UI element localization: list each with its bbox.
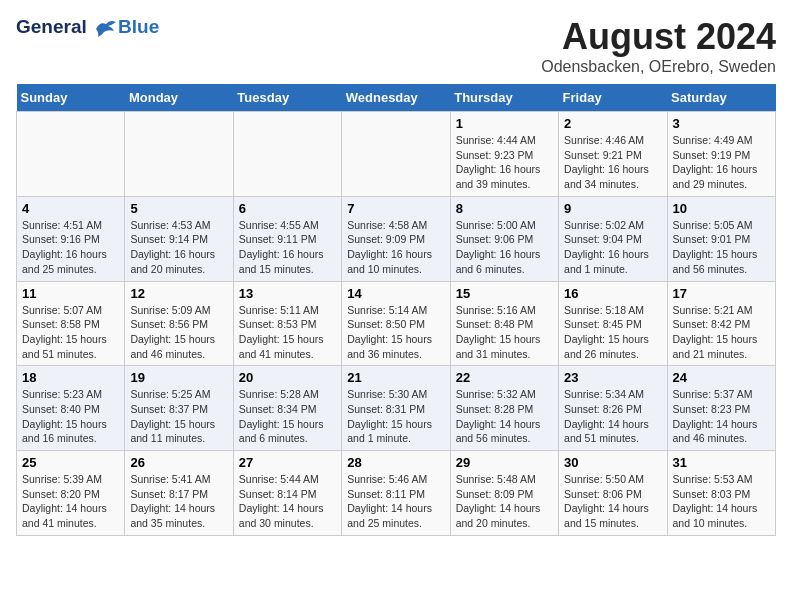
calendar-cell [342,112,450,197]
day-detail: Sunrise: 4:51 AM Sunset: 9:16 PM Dayligh… [22,218,119,277]
day-number: 21 [347,370,444,385]
day-number: 14 [347,286,444,301]
day-number: 31 [673,455,770,470]
calendar-cell: 3Sunrise: 4:49 AM Sunset: 9:19 PM Daylig… [667,112,775,197]
day-number: 15 [456,286,553,301]
header-sunday: Sunday [17,84,125,112]
day-number: 30 [564,455,661,470]
week-row-2: 11Sunrise: 5:07 AM Sunset: 8:58 PM Dayli… [17,281,776,366]
day-detail: Sunrise: 5:21 AM Sunset: 8:42 PM Dayligh… [673,303,770,362]
day-number: 19 [130,370,227,385]
calendar-cell: 22Sunrise: 5:32 AM Sunset: 8:28 PM Dayli… [450,366,558,451]
calendar-cell: 7Sunrise: 4:58 AM Sunset: 9:09 PM Daylig… [342,196,450,281]
day-detail: Sunrise: 5:32 AM Sunset: 8:28 PM Dayligh… [456,387,553,446]
header-friday: Friday [559,84,667,112]
calendar-cell: 5Sunrise: 4:53 AM Sunset: 9:14 PM Daylig… [125,196,233,281]
page-title: August 2024 [541,16,776,58]
week-row-0: 1Sunrise: 4:44 AM Sunset: 9:23 PM Daylig… [17,112,776,197]
day-detail: Sunrise: 5:30 AM Sunset: 8:31 PM Dayligh… [347,387,444,446]
calendar-cell: 10Sunrise: 5:05 AM Sunset: 9:01 PM Dayli… [667,196,775,281]
header-tuesday: Tuesday [233,84,341,112]
week-row-1: 4Sunrise: 4:51 AM Sunset: 9:16 PM Daylig… [17,196,776,281]
calendar-cell [233,112,341,197]
day-detail: Sunrise: 5:34 AM Sunset: 8:26 PM Dayligh… [564,387,661,446]
calendar-body: 1Sunrise: 4:44 AM Sunset: 9:23 PM Daylig… [17,112,776,536]
day-number: 2 [564,116,661,131]
calendar-cell [17,112,125,197]
header-monday: Monday [125,84,233,112]
calendar-cell: 21Sunrise: 5:30 AM Sunset: 8:31 PM Dayli… [342,366,450,451]
header-row: SundayMondayTuesdayWednesdayThursdayFrid… [17,84,776,112]
calendar-cell: 20Sunrise: 5:28 AM Sunset: 8:34 PM Dayli… [233,366,341,451]
day-number: 18 [22,370,119,385]
calendar-cell: 26Sunrise: 5:41 AM Sunset: 8:17 PM Dayli… [125,451,233,536]
day-detail: Sunrise: 4:46 AM Sunset: 9:21 PM Dayligh… [564,133,661,192]
day-detail: Sunrise: 5:23 AM Sunset: 8:40 PM Dayligh… [22,387,119,446]
calendar-cell: 25Sunrise: 5:39 AM Sunset: 8:20 PM Dayli… [17,451,125,536]
day-number: 25 [22,455,119,470]
day-detail: Sunrise: 5:16 AM Sunset: 8:48 PM Dayligh… [456,303,553,362]
day-detail: Sunrise: 5:02 AM Sunset: 9:04 PM Dayligh… [564,218,661,277]
calendar-cell: 18Sunrise: 5:23 AM Sunset: 8:40 PM Dayli… [17,366,125,451]
calendar-cell: 6Sunrise: 4:55 AM Sunset: 9:11 PM Daylig… [233,196,341,281]
day-detail: Sunrise: 5:18 AM Sunset: 8:45 PM Dayligh… [564,303,661,362]
day-number: 22 [456,370,553,385]
calendar-cell: 15Sunrise: 5:16 AM Sunset: 8:48 PM Dayli… [450,281,558,366]
day-number: 13 [239,286,336,301]
day-number: 24 [673,370,770,385]
day-number: 28 [347,455,444,470]
day-detail: Sunrise: 5:46 AM Sunset: 8:11 PM Dayligh… [347,472,444,531]
week-row-3: 18Sunrise: 5:23 AM Sunset: 8:40 PM Dayli… [17,366,776,451]
logo: General Blue [16,16,159,38]
day-number: 29 [456,455,553,470]
day-detail: Sunrise: 5:37 AM Sunset: 8:23 PM Dayligh… [673,387,770,446]
calendar-cell [125,112,233,197]
calendar-cell: 14Sunrise: 5:14 AM Sunset: 8:50 PM Dayli… [342,281,450,366]
day-number: 5 [130,201,227,216]
calendar-cell: 4Sunrise: 4:51 AM Sunset: 9:16 PM Daylig… [17,196,125,281]
calendar-cell: 29Sunrise: 5:48 AM Sunset: 8:09 PM Dayli… [450,451,558,536]
day-number: 8 [456,201,553,216]
header-saturday: Saturday [667,84,775,112]
day-detail: Sunrise: 4:55 AM Sunset: 9:11 PM Dayligh… [239,218,336,277]
header-wednesday: Wednesday [342,84,450,112]
calendar-cell: 17Sunrise: 5:21 AM Sunset: 8:42 PM Dayli… [667,281,775,366]
logo-bird-icon [94,19,116,37]
logo-blue-text: Blue [118,16,159,38]
day-detail: Sunrise: 5:09 AM Sunset: 8:56 PM Dayligh… [130,303,227,362]
day-number: 7 [347,201,444,216]
calendar-cell: 2Sunrise: 4:46 AM Sunset: 9:21 PM Daylig… [559,112,667,197]
logo-text: General [16,17,116,38]
day-detail: Sunrise: 5:53 AM Sunset: 8:03 PM Dayligh… [673,472,770,531]
day-number: 20 [239,370,336,385]
day-number: 1 [456,116,553,131]
header-thursday: Thursday [450,84,558,112]
page-header: General Blue August 2024 Odensbacken, OE… [16,16,776,76]
day-number: 16 [564,286,661,301]
day-detail: Sunrise: 5:50 AM Sunset: 8:06 PM Dayligh… [564,472,661,531]
day-detail: Sunrise: 5:28 AM Sunset: 8:34 PM Dayligh… [239,387,336,446]
day-number: 23 [564,370,661,385]
page-subtitle: Odensbacken, OErebro, Sweden [541,58,776,76]
day-detail: Sunrise: 5:07 AM Sunset: 8:58 PM Dayligh… [22,303,119,362]
day-number: 27 [239,455,336,470]
calendar-cell: 28Sunrise: 5:46 AM Sunset: 8:11 PM Dayli… [342,451,450,536]
day-detail: Sunrise: 5:41 AM Sunset: 8:17 PM Dayligh… [130,472,227,531]
calendar-cell: 24Sunrise: 5:37 AM Sunset: 8:23 PM Dayli… [667,366,775,451]
day-detail: Sunrise: 4:53 AM Sunset: 9:14 PM Dayligh… [130,218,227,277]
calendar-cell: 19Sunrise: 5:25 AM Sunset: 8:37 PM Dayli… [125,366,233,451]
day-number: 6 [239,201,336,216]
calendar-cell: 12Sunrise: 5:09 AM Sunset: 8:56 PM Dayli… [125,281,233,366]
day-number: 4 [22,201,119,216]
day-detail: Sunrise: 4:49 AM Sunset: 9:19 PM Dayligh… [673,133,770,192]
title-block: August 2024 Odensbacken, OErebro, Sweden [541,16,776,76]
day-number: 26 [130,455,227,470]
day-detail: Sunrise: 4:58 AM Sunset: 9:09 PM Dayligh… [347,218,444,277]
calendar-cell: 9Sunrise: 5:02 AM Sunset: 9:04 PM Daylig… [559,196,667,281]
calendar-cell: 31Sunrise: 5:53 AM Sunset: 8:03 PM Dayli… [667,451,775,536]
calendar-header: SundayMondayTuesdayWednesdayThursdayFrid… [17,84,776,112]
day-detail: Sunrise: 4:44 AM Sunset: 9:23 PM Dayligh… [456,133,553,192]
day-detail: Sunrise: 5:25 AM Sunset: 8:37 PM Dayligh… [130,387,227,446]
day-detail: Sunrise: 5:39 AM Sunset: 8:20 PM Dayligh… [22,472,119,531]
day-number: 17 [673,286,770,301]
